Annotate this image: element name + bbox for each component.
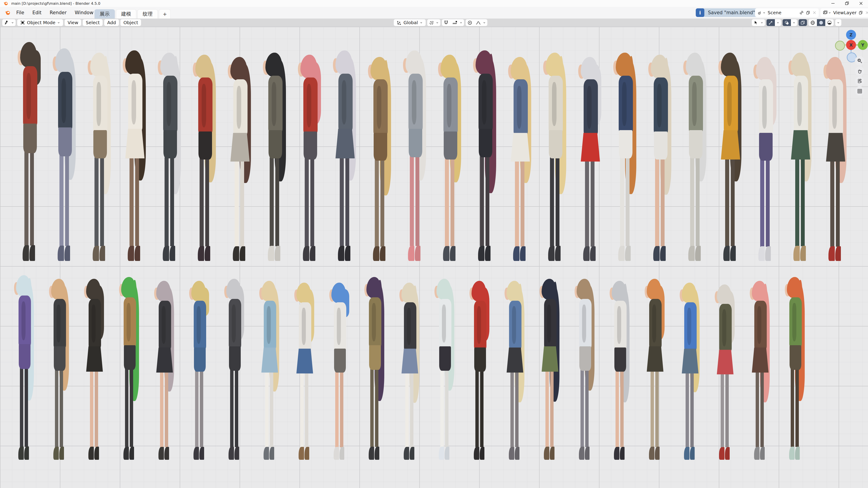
character-model-top-6[interactable] xyxy=(190,54,221,261)
character-model-bottom-9[interactable] xyxy=(292,282,319,460)
viewlayer-browse-icon[interactable] xyxy=(823,10,831,15)
menu-edit[interactable]: Edit xyxy=(29,8,45,17)
snap-toggle[interactable] xyxy=(442,19,450,26)
character-model-top-22[interactable] xyxy=(751,56,782,261)
character-model-top-12[interactable] xyxy=(400,50,431,261)
character-model-bottom-15[interactable] xyxy=(502,280,529,460)
character-model-bottom-21[interactable] xyxy=(712,284,739,460)
character-model-top-16[interactable] xyxy=(540,52,571,261)
solid-shading-button[interactable] xyxy=(817,19,825,26)
character-model-bottom-17[interactable] xyxy=(572,278,599,460)
menu-window[interactable]: Window xyxy=(72,8,97,17)
editor-type-button[interactable] xyxy=(2,19,16,26)
character-model-bottom-22[interactable] xyxy=(747,280,774,460)
proportional-editing-toggle[interactable] xyxy=(466,19,474,26)
character-model-top-11[interactable] xyxy=(365,56,396,261)
scene-browse-icon[interactable] xyxy=(757,10,766,15)
character-model-top-2[interactable] xyxy=(50,47,81,261)
character-model-top-17[interactable] xyxy=(576,56,607,261)
character-model-top-15[interactable] xyxy=(505,56,536,261)
character-model-bottom-7[interactable] xyxy=(222,278,249,460)
character-model-bottom-14[interactable] xyxy=(467,280,494,460)
workspace-tab-4[interactable]: + xyxy=(159,9,170,19)
gizmo-axis-y[interactable]: Y xyxy=(858,40,868,50)
viewport-menu-view[interactable]: View xyxy=(65,19,81,26)
viewport-menu-object[interactable]: Object xyxy=(121,19,141,26)
show-gizmos-toggle[interactable] xyxy=(767,19,775,26)
workspace-tab-2[interactable]: 建模 xyxy=(116,9,136,19)
character-model-top-1[interactable] xyxy=(15,41,46,261)
character-model-bottom-20[interactable] xyxy=(677,282,704,460)
menu-file[interactable]: File xyxy=(13,8,27,17)
character-model-top-3[interactable] xyxy=(85,52,116,261)
character-model-bottom-11[interactable] xyxy=(362,276,389,460)
character-model-top-5[interactable] xyxy=(155,52,186,261)
character-model-bottom-4[interactable] xyxy=(117,276,144,460)
character-model-top-10[interactable] xyxy=(330,50,361,261)
menu-render[interactable]: Render xyxy=(46,8,70,17)
character-model-top-24[interactable] xyxy=(821,56,852,261)
hips xyxy=(444,131,457,160)
viewport-menu-add[interactable]: Add xyxy=(104,19,119,26)
character-model-bottom-16[interactable] xyxy=(537,278,564,460)
character-model-bottom-18[interactable] xyxy=(607,280,634,460)
character-model-bottom-2[interactable] xyxy=(46,278,73,460)
character-model-bottom-6[interactable] xyxy=(187,280,214,460)
character-model-top-18[interactable] xyxy=(611,52,642,261)
pivot-point-selector[interactable] xyxy=(427,19,440,26)
maximize-button[interactable] xyxy=(840,0,854,7)
toggle-projection-button[interactable] xyxy=(855,86,864,96)
workspace-tab-3[interactable]: 纹理 xyxy=(137,9,158,19)
zoom-button[interactable] xyxy=(855,56,864,66)
blender-menu-icon[interactable] xyxy=(4,10,11,15)
character-model-top-7[interactable] xyxy=(225,56,256,261)
minimize-button[interactable] xyxy=(826,0,840,7)
character-model-top-23[interactable] xyxy=(786,52,817,261)
skirt xyxy=(156,348,173,372)
character-model-bottom-1[interactable] xyxy=(11,274,38,460)
toggle-xray[interactable] xyxy=(799,19,807,26)
camera-view-button[interactable] xyxy=(855,76,864,86)
arm xyxy=(127,303,131,341)
character-model-top-19[interactable] xyxy=(646,54,677,261)
viewport-menu-select[interactable]: Select xyxy=(83,19,103,26)
close-button[interactable] xyxy=(854,0,868,7)
new-scene-icon[interactable] xyxy=(806,10,810,15)
wireframe-shading-button[interactable] xyxy=(809,19,817,26)
overlays-dropdown[interactable] xyxy=(791,19,797,26)
character-model-bottom-12[interactable] xyxy=(397,282,424,460)
character-model-bottom-19[interactable] xyxy=(642,278,669,460)
mode-selector[interactable]: Object Mode xyxy=(17,19,63,26)
gizmo-axis-x[interactable]: X xyxy=(846,40,856,50)
transform-orientation-selector[interactable]: Global xyxy=(394,19,426,26)
character-model-bottom-10[interactable] xyxy=(327,282,354,460)
character-model-top-14[interactable] xyxy=(470,50,501,261)
character-model-top-4[interactable] xyxy=(120,50,151,261)
character-model-top-9[interactable] xyxy=(295,54,326,261)
viewport-3d[interactable]: Z X Y xyxy=(0,27,868,488)
snap-target-selector[interactable] xyxy=(450,19,464,26)
character-model-bottom-5[interactable] xyxy=(152,280,179,460)
new-viewlayer-icon[interactable] xyxy=(859,10,863,15)
show-overlays-toggle[interactable] xyxy=(782,19,791,26)
character-model-bottom-23[interactable] xyxy=(782,276,809,460)
material-shading-button[interactable] xyxy=(825,19,834,26)
character-model-top-8[interactable] xyxy=(260,52,291,261)
character-model-top-21[interactable] xyxy=(716,52,747,261)
character-model-bottom-3[interactable] xyxy=(82,278,108,460)
object-type-visibility-selector[interactable] xyxy=(752,19,765,26)
pan-button[interactable] xyxy=(855,66,864,76)
character-model-top-13[interactable] xyxy=(435,54,466,261)
gizmo-axis-z[interactable]: Z xyxy=(846,30,856,40)
viewlayer-name[interactable]: ViewLayer xyxy=(833,10,857,15)
workspace-tab-1[interactable]: 展示 xyxy=(94,9,115,19)
character-model-top-20[interactable] xyxy=(681,52,712,261)
pin-icon[interactable] xyxy=(799,10,804,15)
shading-dropdown[interactable] xyxy=(835,19,841,26)
proportional-falloff-selector[interactable] xyxy=(474,19,487,26)
gizmos-dropdown[interactable] xyxy=(775,19,781,26)
scene-name[interactable]: Scene xyxy=(768,10,797,15)
gizmo-axis-negy[interactable] xyxy=(835,41,845,51)
character-model-bottom-13[interactable] xyxy=(432,278,459,460)
character-model-bottom-8[interactable] xyxy=(257,280,284,460)
